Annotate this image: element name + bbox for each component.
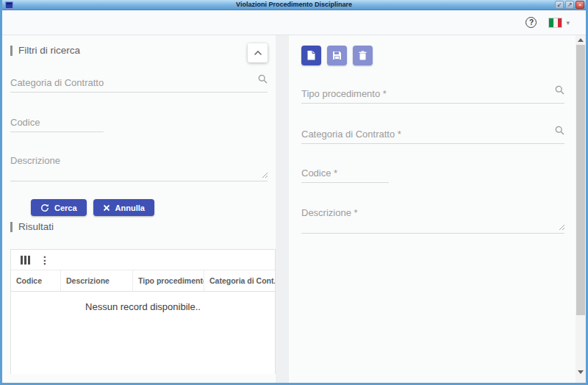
scrollbar-up-arrow[interactable] xyxy=(576,35,586,45)
search-filters-panel: Filtri di ricerca xyxy=(2,35,276,383)
help-icon[interactable]: ? xyxy=(526,17,537,28)
close-button[interactable]: × xyxy=(576,1,584,9)
categoria-contratto-field xyxy=(301,127,564,144)
chevron-down-icon: ▾ xyxy=(566,18,570,27)
cancel-button-label: Annulla xyxy=(115,204,145,212)
delete-button[interactable] xyxy=(353,46,373,65)
section-accent-bar xyxy=(10,46,12,56)
category-filter-field xyxy=(10,76,268,93)
language-selector[interactable]: ▾ xyxy=(549,18,570,27)
results-title: Risultati xyxy=(18,221,54,232)
empty-table-message: Nessun record disponibile.. xyxy=(11,292,275,312)
table-header-row: Codice Descrizione Tipo procedimento Cat… xyxy=(11,270,275,292)
app-window: Violazioni Procedimento Disciplinare ↙ ↗… xyxy=(0,0,588,385)
scrollbar-down-arrow[interactable] xyxy=(576,367,586,377)
new-document-icon xyxy=(306,50,316,61)
search-icon[interactable] xyxy=(555,84,564,98)
resize-grip-icon[interactable] xyxy=(262,168,268,181)
detail-form-panel xyxy=(289,35,576,383)
filters-section-header: Filtri di ricerca xyxy=(10,45,276,56)
vertical-scrollbar[interactable] xyxy=(576,35,586,383)
titlebar[interactable]: Violazioni Procedimento Disciplinare ↙ ↗… xyxy=(2,0,586,10)
description-filter-field xyxy=(10,152,268,184)
collapse-filters-button[interactable] xyxy=(248,43,268,62)
categoria-contratto-input[interactable] xyxy=(301,127,564,144)
resize-grip-icon[interactable] xyxy=(559,220,565,234)
description-filter-textarea[interactable] xyxy=(10,152,268,181)
scrollbar-thumb[interactable] xyxy=(576,45,585,315)
x-icon xyxy=(103,204,110,212)
cancel-button[interactable]: Annulla xyxy=(93,199,154,216)
codice-field xyxy=(301,166,564,183)
kebab-icon[interactable]: ⋮ xyxy=(40,256,50,265)
floppy-disk-icon xyxy=(332,51,342,60)
code-filter-field xyxy=(10,115,268,132)
column-header-codice[interactable]: Codice xyxy=(11,270,61,291)
column-header-categoria[interactable]: Categoria di Cont... xyxy=(204,270,275,291)
italian-flag-icon xyxy=(549,18,562,27)
search-icon[interactable] xyxy=(555,125,564,138)
detail-toolbar xyxy=(301,46,576,65)
search-button-label: Cerca xyxy=(54,204,77,212)
maximize-button[interactable]: ↗ xyxy=(565,1,574,9)
search-button[interactable]: Cerca xyxy=(31,199,87,216)
tipo-procedimento-input[interactable] xyxy=(301,87,564,104)
new-record-button[interactable] xyxy=(301,46,321,65)
descrizione-field xyxy=(301,204,564,237)
columns-icon[interactable] xyxy=(21,256,30,265)
code-filter-input[interactable] xyxy=(10,115,104,132)
app-header: ? ▾ xyxy=(2,10,586,35)
window-title: Violazioni Procedimento Disciplinare xyxy=(2,0,586,10)
column-header-tipo-procedimento[interactable]: Tipo procedimento xyxy=(133,270,204,291)
table-toolbar: ⋮ xyxy=(11,250,275,270)
search-icon[interactable] xyxy=(258,73,268,87)
tipo-procedimento-field xyxy=(301,87,564,104)
column-header-descrizione[interactable]: Descrizione xyxy=(61,270,133,291)
filter-actions: Cerca Annulla xyxy=(31,199,276,216)
codice-input[interactable] xyxy=(301,166,389,183)
minimize-button[interactable]: ↙ xyxy=(555,1,564,9)
section-accent-bar xyxy=(10,222,12,232)
filters-title: Filtri di ricerca xyxy=(18,45,80,56)
main-content: Filtri di ricerca xyxy=(2,35,586,383)
save-button[interactable] xyxy=(327,46,347,65)
chevron-up-icon xyxy=(254,50,262,56)
refresh-icon xyxy=(40,204,49,212)
category-filter-input[interactable] xyxy=(10,76,268,93)
panel-divider xyxy=(276,35,289,383)
descrizione-textarea[interactable] xyxy=(301,204,564,234)
results-section-header: Risultati xyxy=(10,221,276,232)
trash-icon xyxy=(359,51,367,60)
results-table: ⋮ Codice Descrizione Tipo procedimento C… xyxy=(10,249,276,374)
